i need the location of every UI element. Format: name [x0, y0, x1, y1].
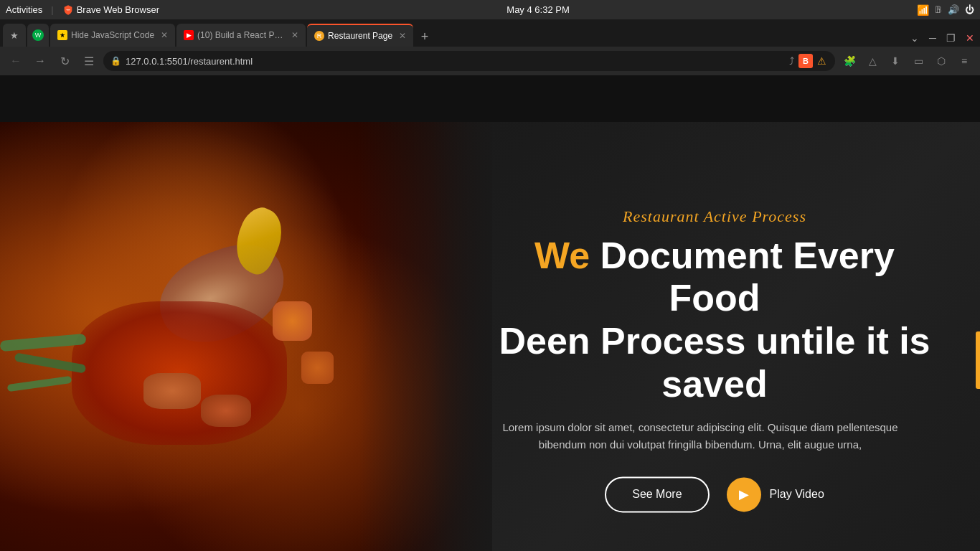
wifi-icon: 📶	[917, 4, 929, 16]
tab-react-portfolio[interactable]: ▶ (10) Build a React Portfolic... ✕	[176, 24, 306, 47]
power-icon: ⏻	[965, 4, 974, 15]
tab-favicon-hidejs: ★	[57, 30, 67, 40]
address-text: 127.0.0.1:5501/restaurent.html	[126, 56, 783, 67]
browser-name-label: Brave Web Browser	[77, 4, 159, 15]
hero-title-rest: Document Every Food	[590, 235, 895, 319]
bookmark-button[interactable]: ☰	[79, 51, 99, 71]
tab-close-hidejs[interactable]: ✕	[161, 30, 168, 40]
menu-icon[interactable]: ≡	[954, 51, 974, 71]
food-carrot	[273, 301, 312, 341]
tab-controls: ⌄ ─ ❐ ✕	[908, 31, 977, 47]
food-carrot-2	[301, 352, 334, 384]
back-button[interactable]: ←	[6, 51, 26, 71]
play-circle-icon: ▶	[727, 477, 761, 512]
nav-bar: ← → ↻ ☰ 🔒 127.0.0.1:5501/restaurent.html…	[0, 47, 980, 75]
sidebar-toggle-btn[interactable]: ▭	[908, 51, 928, 71]
hero-content-area: Restaurant Active Process We Document Ev…	[492, 207, 937, 512]
tab-close-restaurent[interactable]: ✕	[399, 31, 406, 41]
tab-close-react[interactable]: ✕	[291, 30, 298, 40]
hero-title: We Document Every Food Deen Process unti…	[492, 235, 937, 406]
browser-window: ★ W ★ Hide JavaScript Code ✕ ▶ (10) Buil…	[0, 19, 980, 551]
hero-subtitle: Restaurant Active Process	[492, 207, 937, 226]
hero-section: Restaurant Active Process We Document Ev…	[0, 122, 980, 551]
play-video-button[interactable]: ▶ Play Video	[727, 477, 824, 512]
tab-whatsapp[interactable]: W	[27, 24, 49, 47]
tab-dropdown-btn[interactable]: ⌄	[908, 31, 922, 45]
side-accent-bar	[976, 331, 980, 389]
food-pasta-1	[143, 373, 201, 409]
extensions-icon[interactable]: 🧩	[839, 51, 859, 71]
datetime-label: May 4 6:32 PM	[507, 4, 569, 15]
brave-shield-icon[interactable]: B	[798, 54, 813, 68]
download-icon[interactable]: ⬇	[885, 51, 905, 71]
close-window-btn[interactable]: ✕	[963, 31, 977, 45]
tab-label-react: (10) Build a React Portfolic...	[197, 30, 285, 40]
food-pasta-2	[201, 395, 251, 427]
tab-favicon-react: ▶	[184, 30, 194, 40]
tab-label-restaurent: Restaurent Page	[328, 31, 392, 41]
address-actions: ⤴ B ⚠	[788, 54, 828, 68]
share-icon[interactable]: ⤴	[788, 54, 796, 68]
page-nav-strip	[0, 75, 980, 122]
see-more-button[interactable]: See More	[605, 476, 709, 512]
minimize-btn[interactable]: ─	[926, 31, 939, 45]
tab-favicon-restaurent: R	[314, 31, 324, 41]
hero-actions: See More ▶ Play Video	[492, 476, 937, 512]
maximize-btn[interactable]: ❐	[943, 31, 958, 45]
play-video-label: Play Video	[770, 488, 824, 501]
bookmarks-icon: ★	[10, 30, 19, 41]
food-image	[0, 122, 502, 551]
tab-label-hidejs: Hide JavaScript Code	[71, 30, 154, 40]
brave-rewards-icon[interactable]: △	[862, 51, 882, 71]
volume-icon: 🔊	[948, 4, 959, 15]
lock-icon: 🔒	[110, 56, 121, 66]
tab-hide-js[interactable]: ★ Hide JavaScript Code ✕	[50, 24, 175, 47]
food-bg-gradient	[0, 122, 502, 551]
hero-title-highlight: We	[534, 235, 590, 276]
forward-button[interactable]: →	[30, 51, 50, 71]
reload-button[interactable]: ↻	[55, 51, 75, 71]
tab-restaurent[interactable]: R Restaurent Page ✕	[307, 24, 413, 47]
bluetooth-icon: 𝔹	[935, 4, 942, 15]
wallet-icon[interactable]: ⬡	[931, 51, 951, 71]
address-bar[interactable]: 🔒 127.0.0.1:5501/restaurent.html ⤴ B ⚠	[103, 51, 835, 71]
whatsapp-favicon: W	[32, 29, 44, 41]
alert-icon[interactable]: ⚠	[816, 54, 828, 68]
pan-edge	[430, 122, 502, 551]
brave-taskbar-icon	[62, 4, 74, 16]
nav-right-actions: 🧩 △ ⬇ ▭ ⬡ ≡	[839, 51, 974, 71]
webpage-content: Restaurant Active Process We Document Ev…	[0, 75, 980, 551]
activities-label[interactable]: Activities	[6, 4, 42, 15]
tab-bar: ★ W ★ Hide JavaScript Code ✕ ▶ (10) Buil…	[0, 19, 980, 47]
new-tab-button[interactable]: +	[415, 27, 435, 47]
tab-bookmarks[interactable]: ★	[3, 24, 26, 47]
os-top-bar: Activities | Brave Web Browser May 4 6:3…	[0, 0, 980, 19]
hero-title-line2: Deen Process untile it is saved	[499, 321, 930, 405]
hero-description: Lorem ipsum dolor sit amet, consectetur …	[492, 419, 908, 453]
